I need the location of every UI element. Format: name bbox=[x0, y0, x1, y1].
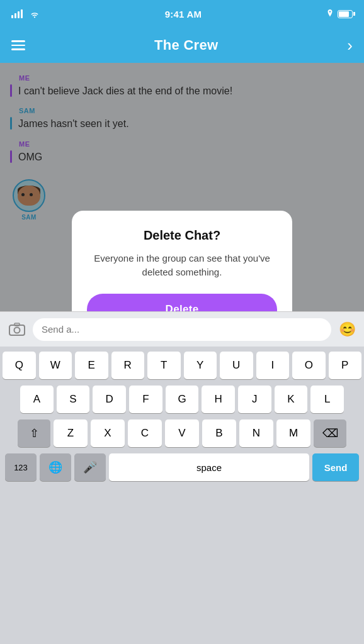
keyboard-row-2: A S D F G H J K L bbox=[3, 386, 361, 413]
key-m[interactable]: M bbox=[276, 419, 310, 447]
key-h[interactable]: H bbox=[202, 386, 235, 413]
key-n[interactable]: N bbox=[239, 419, 273, 447]
key-o[interactable]: O bbox=[292, 352, 326, 379]
key-l[interactable]: L bbox=[310, 386, 344, 413]
key-p[interactable]: P bbox=[329, 352, 362, 379]
modal-overlay: Delete Chat? Everyone in the group can s… bbox=[0, 63, 364, 311]
details-chevron[interactable]: › bbox=[347, 36, 353, 55]
key-y[interactable]: Y bbox=[184, 352, 217, 379]
message-input[interactable] bbox=[33, 318, 331, 341]
delete-button[interactable]: Delete bbox=[87, 294, 277, 312]
key-j[interactable]: J bbox=[238, 386, 271, 413]
key-u[interactable]: U bbox=[220, 352, 253, 379]
key-z[interactable]: Z bbox=[54, 419, 88, 447]
key-a[interactable]: A bbox=[20, 386, 54, 413]
status-bar: 9:41 AM bbox=[0, 0, 364, 28]
key-w[interactable]: W bbox=[39, 352, 72, 379]
camera-icon[interactable] bbox=[8, 320, 26, 339]
key-x[interactable]: X bbox=[91, 419, 125, 447]
send-key[interactable]: Send bbox=[312, 453, 359, 481]
wifi-icon bbox=[29, 9, 40, 18]
keyboard-row-3: ⇧ Z X C V B N M ⌫ bbox=[3, 419, 361, 447]
key-k[interactable]: K bbox=[275, 386, 308, 413]
globe-key[interactable]: 🌐 bbox=[40, 453, 71, 481]
header: The Crew › bbox=[0, 28, 364, 63]
delete-key[interactable]: ⌫ bbox=[314, 419, 346, 447]
location-icon bbox=[326, 9, 334, 18]
key-c[interactable]: C bbox=[128, 419, 162, 447]
status-time: 9:41 AM bbox=[165, 9, 202, 19]
key-t[interactable]: T bbox=[147, 352, 181, 379]
status-bar-right bbox=[326, 9, 353, 18]
key-f[interactable]: F bbox=[129, 386, 162, 413]
key-d[interactable]: D bbox=[93, 386, 126, 413]
status-bar-left bbox=[11, 9, 40, 18]
key-s[interactable]: S bbox=[57, 386, 90, 413]
key-g[interactable]: G bbox=[166, 386, 199, 413]
keyboard: Q W E R T Y U I O P A S D F G H J K L ⇧ … bbox=[0, 347, 364, 523]
emoji-icon[interactable]: 😊 bbox=[338, 320, 356, 339]
key-e[interactable]: E bbox=[75, 352, 108, 379]
modal-body: Everyone in the group can see that you'v… bbox=[87, 252, 277, 280]
chat-area: ME I can't believe Jack dies at the end … bbox=[0, 63, 364, 311]
key-r[interactable]: R bbox=[111, 352, 145, 379]
battery-icon bbox=[338, 10, 353, 18]
mic-key[interactable]: 🎤 bbox=[74, 453, 106, 481]
menu-button[interactable] bbox=[11, 40, 25, 50]
key-v[interactable]: V bbox=[165, 419, 199, 447]
input-bar: 😊 bbox=[0, 311, 364, 347]
svg-point-1 bbox=[14, 327, 20, 333]
signal-icon bbox=[11, 9, 23, 18]
delete-chat-modal: Delete Chat? Everyone in the group can s… bbox=[72, 211, 292, 312]
svg-rect-0 bbox=[9, 325, 25, 335]
keyboard-row-1: Q W E R T Y U I O P bbox=[3, 352, 361, 379]
symbols-key[interactable]: 123 bbox=[5, 453, 37, 481]
key-i[interactable]: I bbox=[256, 352, 290, 379]
key-q[interactable]: Q bbox=[3, 352, 36, 379]
keyboard-row-4: 123 🌐 🎤 space Send bbox=[3, 453, 361, 481]
key-b[interactable]: B bbox=[202, 419, 236, 447]
space-key[interactable]: space bbox=[109, 453, 309, 481]
shift-key[interactable]: ⇧ bbox=[18, 419, 50, 447]
modal-title: Delete Chat? bbox=[144, 228, 220, 243]
page-title: The Crew bbox=[154, 37, 218, 53]
